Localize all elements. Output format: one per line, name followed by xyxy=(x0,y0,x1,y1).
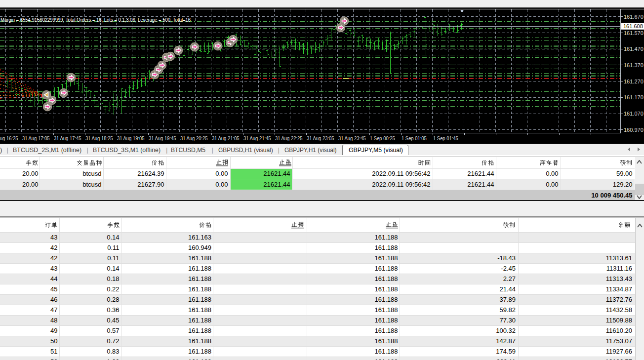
svg-text:161.370: 161.370 xyxy=(624,62,644,68)
svg-text:31 Aug 19:05: 31 Aug 19:05 xyxy=(117,135,145,141)
svg-text:161.170: 161.170 xyxy=(624,94,644,100)
svg-text:161.270: 161.270 xyxy=(624,79,644,84)
svg-text:31 Aug 17:05: 31 Aug 17:05 xyxy=(22,135,50,141)
svg-text:31 Aug 23:05: 31 Aug 23:05 xyxy=(307,135,334,141)
svg-text:31 Aug 20:25: 31 Aug 20:25 xyxy=(180,135,208,141)
svg-text:161.670: 161.670 xyxy=(624,14,644,20)
svg-text:31 Aug 19:45: 31 Aug 19:45 xyxy=(149,135,176,141)
svg-text:161.070: 161.070 xyxy=(624,111,644,117)
svg-text:31 Aug 21:05: 31 Aug 21:05 xyxy=(212,135,240,141)
svg-text:161.608: 161.608 xyxy=(623,23,643,29)
svg-text:161.570: 161.570 xyxy=(624,30,644,36)
svg-text:31 Aug 18:25: 31 Aug 18:25 xyxy=(85,135,113,141)
svg-text:161.470: 161.470 xyxy=(624,46,644,52)
svg-text:160.970: 160.970 xyxy=(624,127,644,133)
svg-text:31 Aug 17:45: 31 Aug 17:45 xyxy=(54,135,81,141)
svg-text:1 Sep 00:25: 1 Sep 00:25 xyxy=(370,135,395,141)
svg-text:31 Aug 21:45: 31 Aug 21:45 xyxy=(243,135,271,141)
svg-text:1 Sep 01:45: 1 Sep 01:45 xyxy=(433,135,458,141)
svg-text:31 Aug 16:25: 31 Aug 16:25 xyxy=(0,135,18,141)
svg-text:Margin = 6554.915602299999, To: Margin = 6554.915602299999, Total Orders… xyxy=(0,17,191,23)
svg-text:1 Sep 01:05: 1 Sep 01:05 xyxy=(402,135,427,141)
svg-text:31 Aug 23:45: 31 Aug 23:45 xyxy=(338,135,366,141)
svg-text:31 Aug 22:25: 31 Aug 22:25 xyxy=(275,135,303,141)
